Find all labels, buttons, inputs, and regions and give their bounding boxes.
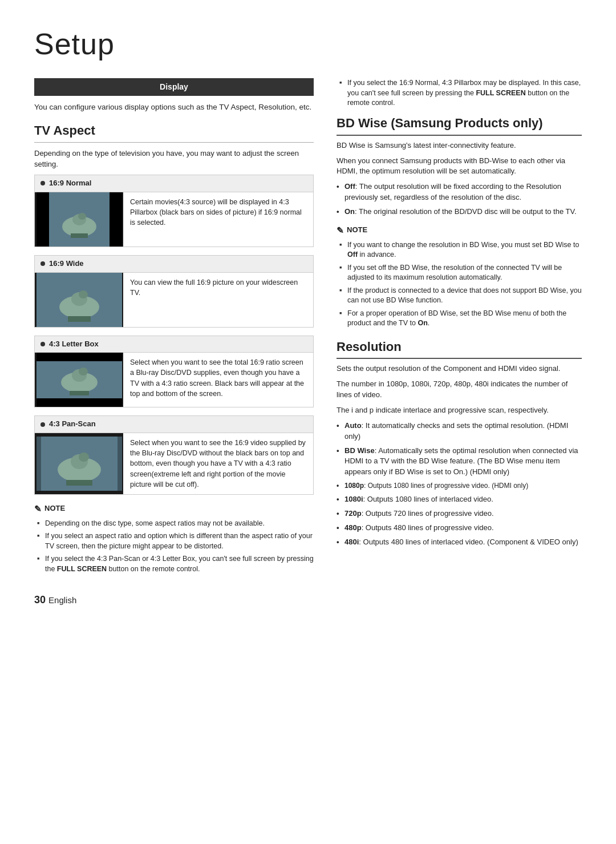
aspect-header-43letterbox: 4:3 Letter Box [35, 336, 313, 353]
aspect-label-43panscan: 4:3 Pan-Scan [49, 419, 96, 430]
bullet-dot-lb [40, 342, 45, 346]
display-header: Display [34, 78, 314, 95]
aspect-body-169normal: Certain movies(4:3 source) will be displ… [35, 192, 313, 247]
resolution-desc1: Sets the output resolution of the Compon… [337, 364, 582, 374]
aspect-desc-169wide: You can view the full 16:9 picture on yo… [123, 273, 313, 327]
resolution-desc3: The i and p indicate interlace and progr… [337, 405, 582, 416]
aspect-header-169wide: 16:9 Wide [35, 256, 313, 273]
bd-note-1: If you set off the BD Wise, the resoluti… [339, 263, 582, 283]
resolution-1080p: 1080p: Outputs 1080 lines of progressive… [337, 481, 582, 491]
aspect-image-43letterbox [35, 353, 123, 407]
svg-rect-15 [37, 353, 122, 361]
resolution-options: Auto: It automatically checks and sets t… [337, 421, 582, 548]
aspect-image-43panscan [35, 433, 123, 494]
svg-rect-29 [117, 437, 122, 491]
resolution-desc2: The number in 1080p, 1080i, 720p, 480p, … [337, 379, 582, 401]
bd-wise-intro: BD Wise is Samsung's latest inter-connec… [337, 140, 582, 151]
tv-aspect-title: TV Aspect [34, 122, 314, 143]
bd-note-3: For a proper operation of BD Wise, set t… [339, 309, 582, 329]
aspect-body-43panscan: Select when you want to see the 16:9 vid… [35, 433, 313, 494]
resolution-480p: 480p: Outputs 480 lines of progressive v… [337, 523, 582, 534]
page-number: 30 English [34, 592, 582, 607]
svg-point-12 [79, 290, 88, 298]
aspect-svg-169normal [37, 192, 122, 247]
bullet-dot-wide [40, 261, 45, 266]
aspect-image-169wide [35, 273, 123, 327]
svg-rect-27 [66, 480, 92, 486]
tv-aspect-note-list: Depending on the disc type, some aspect … [34, 519, 314, 575]
bd-wise-note-label: NOTE [347, 225, 367, 236]
tv-aspect-intro: Depending on the type of television you … [34, 148, 314, 170]
aspect-header-43panscan: 4:3 Pan-Scan [35, 416, 313, 433]
aspect-desc-169normal: Certain movies(4:3 source) will be displ… [123, 192, 313, 247]
tv-aspect-note: ✎ NOTE Depending on the disc type, some … [34, 503, 314, 574]
pencil-icon-2: ✎ [337, 224, 344, 237]
note-item-0: Depending on the disc type, some aspect … [37, 519, 314, 529]
pencil-icon: ✎ [34, 503, 42, 515]
aspect-label-169normal: 16:9 Normal [49, 178, 91, 189]
aspect-body-169wide: You can view the full 16:9 picture on yo… [35, 273, 313, 327]
svg-point-26 [79, 453, 89, 462]
bd-wise-note-list: If you want to change the resolution in … [337, 240, 582, 329]
page-title: Setup [34, 23, 582, 66]
note-item-1: If you select an aspect ratio and option… [37, 531, 314, 551]
aspect-body-43letterbox: Select when you want to see the total 16… [35, 353, 313, 407]
resolution-1080i: 1080i: Outputs 1080 lines of interlaced … [337, 494, 582, 505]
aspect-label-43letterbox: 4:3 Letter Box [49, 339, 99, 350]
resolution-title: Resolution [337, 338, 582, 360]
note-label: NOTE [44, 503, 65, 514]
aspect-block-169wide: 16:9 Wide You can view the full 16:9 pic… [34, 255, 314, 328]
resolution-auto: Auto: It automatically checks and sets t… [337, 421, 582, 442]
bd-wise-title: BD Wise (Samsung Products only) [337, 114, 582, 136]
bd-wise-options: Off: The output resolution will be fixed… [337, 181, 582, 217]
svg-rect-2 [110, 192, 122, 247]
bd-wise-note-title: ✎ NOTE [337, 224, 582, 237]
bd-wise-desc1: When you connect Samsung products with B… [337, 156, 582, 177]
svg-rect-16 [37, 398, 122, 407]
bd-wise-note: ✎ NOTE If you want to change the resolut… [337, 224, 582, 329]
svg-point-20 [79, 368, 88, 375]
svg-rect-21 [70, 391, 89, 395]
aspect-block-43panscan: 4:3 Pan-Scan [34, 415, 314, 494]
pillarbox-note: If you select the 16:9 Normal, 4:3 Pilla… [337, 78, 582, 108]
resolution-480i: 480i: Outputs 480 lines of interlaced vi… [337, 537, 582, 548]
svg-point-6 [78, 213, 86, 220]
resolution-bdwise: BD Wise: Automatically sets the optimal … [337, 446, 582, 478]
note-item-2: If you select the 4:3 Pan-Scan or 4:3 Le… [37, 554, 314, 574]
aspect-label-169wide: 16:9 Wide [49, 259, 84, 269]
bd-wise-on-label: On [345, 207, 355, 216]
aspect-svg-43letterbox [37, 353, 122, 407]
bd-wise-off: Off: The output resolution will be fixed… [337, 181, 582, 203]
pillarbox-note-item: If you select the 16:9 Normal, 4:3 Pilla… [339, 78, 582, 108]
bd-note-2: If the product is connected to a device … [339, 286, 582, 306]
svg-rect-7 [71, 233, 88, 238]
svg-rect-1 [37, 192, 49, 247]
note-title: ✎ NOTE [34, 503, 314, 515]
bd-note-0: If you want to change the resolution in … [339, 240, 582, 260]
display-intro: You can configure various display option… [34, 102, 314, 113]
aspect-svg-169wide [37, 273, 122, 327]
left-column: Display You can configure various displa… [34, 78, 314, 581]
bullet-dot-ps [40, 422, 45, 427]
svg-rect-28 [37, 437, 41, 491]
aspect-image-169normal [35, 192, 123, 247]
aspect-block-169normal: 16:9 Normal [34, 175, 314, 247]
aspect-svg-43panscan [37, 437, 122, 491]
right-column: If you select the 16:9 Normal, 4:3 Pilla… [337, 78, 582, 581]
bullet-dot [40, 181, 45, 185]
resolution-720p: 720p: Outputs 720 lines of progressive v… [337, 508, 582, 519]
aspect-block-43letterbox: 4:3 Letter Box [34, 336, 314, 408]
aspect-header-169normal: 16:9 Normal [35, 175, 313, 192]
svg-rect-13 [68, 316, 91, 322]
aspect-desc-43panscan: Select when you want to see the 16:9 vid… [123, 433, 313, 494]
bd-wise-on: On: The original resolution of the BD/DV… [337, 207, 582, 217]
bd-wise-off-label: Off [345, 182, 355, 191]
aspect-desc-43letterbox: Select when you want to see the total 16… [123, 353, 313, 407]
